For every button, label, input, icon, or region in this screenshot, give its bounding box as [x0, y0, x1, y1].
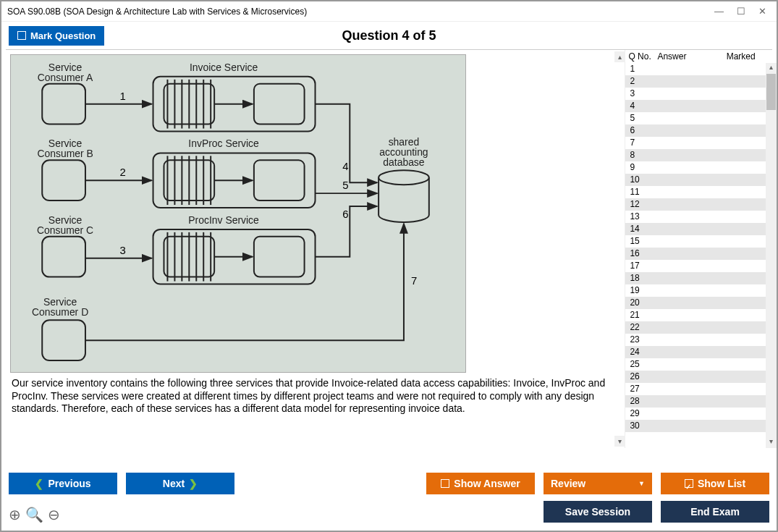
- question-row[interactable]: 2: [625, 75, 766, 88]
- button-row-1: ❮ Previous Next ❯ Show Answer Review ▼ S…: [9, 473, 769, 494]
- svg-point-42: [379, 170, 429, 185]
- mark-question-label: Mark Question: [30, 30, 96, 41]
- show-answer-button[interactable]: Show Answer: [426, 473, 535, 494]
- conn-label-5: 5: [342, 179, 348, 191]
- review-label: Review: [551, 478, 585, 489]
- conn-label-3: 3: [120, 244, 126, 256]
- svg-rect-6: [42, 160, 85, 200]
- question-row[interactable]: 12: [625, 198, 766, 211]
- show-list-button[interactable]: Show List: [661, 473, 769, 494]
- dropdown-icon: ▼: [638, 480, 645, 487]
- zoom-out-icon[interactable]: ⊖: [48, 506, 60, 523]
- next-button[interactable]: Next ❯: [126, 473, 234, 494]
- conn-label-6: 6: [342, 208, 348, 220]
- question-list: 1234567891011121314151617181920212223242…: [625, 63, 777, 448]
- svg-rect-5: [42, 84, 85, 124]
- zoom-in-icon[interactable]: ⊕: [9, 506, 21, 523]
- question-row[interactable]: 16: [625, 248, 766, 260]
- svg-rect-18: [254, 84, 305, 124]
- maximize-icon[interactable]: ☐: [737, 6, 745, 17]
- topbar: Mark Question Question 4 of 5: [1, 22, 777, 49]
- svg-text:ServiceConsumer C: ServiceConsumer C: [37, 214, 93, 236]
- question-row[interactable]: 21: [625, 309, 766, 321]
- zoom-reset-icon[interactable]: 🔍: [25, 506, 43, 523]
- chevron-left-icon: ❮: [35, 478, 43, 489]
- question-row[interactable]: 23: [625, 334, 766, 346]
- question-row[interactable]: 14: [625, 223, 766, 235]
- question-row[interactable]: 3: [625, 88, 766, 100]
- close-icon[interactable]: ✕: [758, 6, 766, 17]
- minimize-icon[interactable]: —: [714, 6, 724, 17]
- question-row[interactable]: 18: [625, 272, 766, 284]
- question-row[interactable]: 29: [625, 408, 766, 420]
- question-row[interactable]: 6: [625, 124, 766, 137]
- question-row[interactable]: 7: [625, 137, 766, 149]
- window-title: SOA S90.08B (SOA Design & Architecture L…: [7, 7, 714, 17]
- scroll-down-icon[interactable]: ▾: [766, 437, 777, 448]
- question-row[interactable]: 8: [625, 149, 766, 161]
- end-exam-label: End Exam: [690, 506, 740, 518]
- next-label: Next: [163, 478, 185, 489]
- previous-label: Previous: [48, 478, 90, 489]
- content-scroll-down[interactable]: ▾: [614, 436, 625, 447]
- question-row[interactable]: 20: [625, 297, 766, 309]
- question-row[interactable]: 9: [625, 161, 766, 174]
- question-row[interactable]: 17: [625, 260, 766, 272]
- svg-text:ServiceConsumer B: ServiceConsumer B: [37, 138, 93, 159]
- show-answer-checkbox-icon: [441, 479, 449, 488]
- procinv-service-label: ProcInv Service: [188, 214, 259, 226]
- question-row[interactable]: 27: [625, 383, 766, 395]
- mark-checkbox-icon: [17, 31, 26, 40]
- window-controls: — ☐ ✕: [714, 6, 771, 17]
- question-row[interactable]: 15: [625, 235, 766, 248]
- main-pane: ▴ ServiceConsumer A Invoice Service Serv…: [1, 50, 777, 448]
- svg-rect-7: [42, 237, 85, 277]
- question-row[interactable]: 11: [625, 186, 766, 198]
- question-list-panel: Q No. Answer Marked 12345678910111213141…: [625, 50, 777, 448]
- end-exam-button[interactable]: End Exam: [661, 501, 769, 523]
- question-row[interactable]: 25: [625, 358, 766, 371]
- question-row[interactable]: 22: [625, 321, 766, 334]
- col-qno: Q No.: [628, 51, 657, 62]
- question-diagram: ServiceConsumer A Invoice Service Servic…: [10, 54, 466, 373]
- conn-label-2: 2: [120, 166, 126, 178]
- question-row[interactable]: 24: [625, 346, 766, 358]
- question-content: ▴ ServiceConsumer A Invoice Service Serv…: [6, 50, 625, 448]
- question-row[interactable]: 30: [625, 420, 766, 432]
- svg-rect-29: [254, 160, 305, 200]
- scroll-thumb[interactable]: [766, 74, 776, 110]
- zoom-controls: ⊕ 🔍 ⊖: [9, 506, 60, 523]
- question-list-header: Q No. Answer Marked: [625, 50, 777, 63]
- question-text: Our service inventory contains the follo…: [10, 373, 620, 415]
- save-session-label: Save Session: [565, 506, 630, 518]
- mark-question-button[interactable]: Mark Question: [9, 26, 104, 46]
- question-row[interactable]: 5: [625, 112, 766, 124]
- question-row[interactable]: 4: [625, 100, 766, 112]
- previous-button[interactable]: ❮ Previous: [9, 473, 117, 494]
- svg-text:sharedaccountingdatabase: sharedaccountingdatabase: [379, 136, 428, 168]
- show-list-label: Show List: [698, 478, 745, 489]
- titlebar: SOA S90.08B (SOA Design & Architecture L…: [1, 1, 777, 22]
- save-session-button[interactable]: Save Session: [544, 501, 652, 523]
- conn-label-4: 4: [342, 160, 348, 172]
- scroll-up-icon[interactable]: ▴: [766, 63, 777, 74]
- question-row[interactable]: 10: [625, 174, 766, 186]
- question-row[interactable]: 28: [625, 395, 766, 408]
- svg-text:ServiceConsumer A: ServiceConsumer A: [38, 62, 93, 83]
- question-row[interactable]: 26: [625, 371, 766, 383]
- question-row[interactable]: 1: [625, 63, 766, 75]
- content-scroll-up[interactable]: ▴: [614, 51, 625, 62]
- review-button[interactable]: Review ▼: [544, 473, 652, 494]
- col-answer: Answer: [657, 51, 708, 62]
- question-list-scrollbar[interactable]: ▴ ▾: [766, 63, 777, 448]
- chevron-right-icon: ❯: [189, 478, 198, 489]
- conn-label-7: 7: [411, 274, 417, 287]
- show-list-checkbox-icon: [685, 479, 693, 488]
- footer: ❮ Previous Next ❯ Show Answer Review ▼ S…: [1, 468, 777, 531]
- question-row[interactable]: 13: [625, 211, 766, 223]
- question-title: Question 4 of 5: [342, 28, 436, 43]
- question-row[interactable]: 19: [625, 284, 766, 297]
- invproc-service-label: InvProc Service: [188, 138, 259, 149]
- svg-text:ServiceConsumer D: ServiceConsumer D: [32, 296, 88, 318]
- show-answer-label: Show Answer: [454, 478, 520, 489]
